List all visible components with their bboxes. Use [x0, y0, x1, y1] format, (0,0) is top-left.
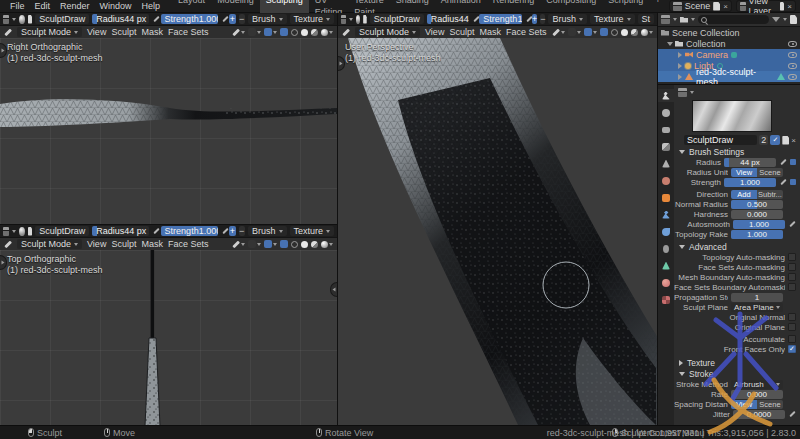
- brush-preview-icon[interactable]: [19, 15, 25, 24]
- eyedropper-icon[interactable]: [221, 15, 226, 23]
- mask-menu[interactable]: Mask: [141, 27, 163, 37]
- view-menu[interactable]: View: [87, 27, 106, 37]
- remove-brush-button[interactable]: −: [239, 14, 245, 24]
- shading-wireframe-icon[interactable]: [291, 29, 298, 36]
- brush-preview-icon[interactable]: [19, 227, 25, 236]
- tab-view-layer[interactable]: [658, 140, 674, 153]
- view-menu[interactable]: View: [425, 27, 444, 37]
- gizmo-icon[interactable]: [264, 240, 277, 248]
- original-plane-checkbox[interactable]: [788, 323, 796, 331]
- strength-slider[interactable]: Strength1.000: [161, 226, 218, 236]
- viewport-canvas[interactable]: User Perspective (1) red-3dc-sculpt-mesh: [338, 38, 657, 425]
- shading-rendered-icon[interactable]: [321, 241, 333, 248]
- editor-type-icon[interactable]: [3, 15, 9, 24]
- shading-wireframe-icon[interactable]: [611, 29, 618, 36]
- viewport-canvas[interactable]: Right Orthographic (1) red-3dc-sculpt-me…: [0, 38, 337, 224]
- panel-stroke[interactable]: Stroke: [674, 368, 800, 379]
- brush-menu[interactable]: Brush: [548, 14, 587, 24]
- topology-rake-slider[interactable]: 1.000: [731, 230, 783, 239]
- topology-automask-checkbox[interactable]: [788, 253, 796, 261]
- shading-material-icon[interactable]: [311, 241, 318, 248]
- stroke-menu[interactable]: St: [638, 14, 655, 24]
- eyedropper-icon[interactable]: [152, 227, 157, 235]
- view-menu[interactable]: View: [87, 239, 106, 249]
- brush-texture-preview[interactable]: [692, 100, 772, 132]
- autosmooth-slider[interactable]: 1.000: [733, 220, 785, 229]
- panel-advanced[interactable]: Advanced: [674, 241, 800, 252]
- normal-radius-slider[interactable]: 0.500: [731, 200, 783, 209]
- close-view-layer-icon[interactable]: ×: [787, 2, 792, 11]
- animate-icon[interactable]: [790, 179, 796, 185]
- display-mode-icon[interactable]: [680, 17, 688, 23]
- texture-menu[interactable]: Texture: [290, 226, 335, 236]
- brush-menu[interactable]: Brush: [248, 226, 287, 236]
- view-layer-selector[interactable]: View Layer ×: [736, 0, 796, 12]
- tab-render[interactable]: [658, 106, 674, 119]
- add-brush-button[interactable]: +: [229, 226, 235, 236]
- brush-name-field[interactable]: SculptDraw: [684, 135, 757, 145]
- brush-name-field[interactable]: SculptDraw: [35, 14, 89, 24]
- shading-material-icon[interactable]: [311, 29, 318, 36]
- mask-menu[interactable]: Mask: [479, 27, 501, 37]
- brush-preview-icon[interactable]: [356, 15, 361, 24]
- direction-add-button[interactable]: Add: [731, 190, 757, 199]
- sculpt-menu[interactable]: Sculpt: [111, 239, 136, 249]
- facesets-boundary-automask-checkbox[interactable]: [788, 283, 796, 291]
- shading-wireframe-icon[interactable]: [291, 241, 298, 248]
- brush-name-field[interactable]: SculptDraw: [370, 14, 424, 24]
- viewport-canvas[interactable]: Top Orthographic (1) red-3dc-sculpt-mesh: [0, 250, 337, 425]
- display-mode-caret[interactable]: [691, 18, 695, 21]
- strength-slider[interactable]: Strength1.000: [161, 14, 218, 24]
- menu-edit[interactable]: Edit: [31, 1, 55, 11]
- hardness-slider[interactable]: 0.000: [731, 210, 783, 219]
- snap-icon[interactable]: [568, 28, 581, 36]
- stroke-method-dropdown[interactable]: Airbrush: [731, 380, 783, 389]
- mask-menu[interactable]: Mask: [141, 239, 163, 249]
- viewport-top-orthographic[interactable]: SculptDraw Radius44 px Strength1.000 + −…: [0, 224, 337, 425]
- panel-brush-settings[interactable]: Brush Settings: [674, 146, 800, 157]
- tab-modifiers[interactable]: [658, 208, 674, 221]
- add-brush-button[interactable]: +: [532, 14, 537, 24]
- editor-type-icon[interactable]: [341, 15, 346, 24]
- unlink-icon[interactable]: ×: [791, 136, 796, 145]
- editor-type-caret[interactable]: [349, 18, 353, 21]
- overlays-icon[interactable]: [280, 240, 288, 248]
- expand-icon[interactable]: [678, 52, 682, 58]
- panel-texture[interactable]: Texture: [674, 357, 800, 368]
- fake-user-shield-icon[interactable]: ✓: [770, 135, 780, 145]
- new-view-layer-icon[interactable]: [780, 2, 784, 11]
- annotate-tool-icon[interactable]: [232, 28, 245, 36]
- tab-world[interactable]: [658, 174, 674, 187]
- spacing-scene-button[interactable]: Scene: [757, 400, 783, 409]
- eyedropper-icon[interactable]: [788, 220, 796, 228]
- eyedropper-icon[interactable]: [221, 227, 226, 235]
- tab-material[interactable]: [658, 276, 674, 289]
- face-sets-menu[interactable]: Face Sets: [168, 27, 209, 37]
- viewport-right-orthographic[interactable]: SculptDraw Radius44 px Strength1.000 + −…: [0, 13, 337, 224]
- radius-slider[interactable]: Radius44 px: [92, 14, 149, 24]
- radius-slider[interactable]: Radius44 px: [427, 14, 470, 24]
- users-count[interactable]: 2: [759, 135, 768, 145]
- shading-solid-icon[interactable]: [301, 241, 308, 248]
- editor-type-icon[interactable]: [3, 227, 9, 236]
- remove-brush-button[interactable]: −: [540, 14, 545, 24]
- strength-slider[interactable]: Strength1.000: [479, 14, 522, 24]
- texture-menu[interactable]: Texture: [590, 14, 635, 24]
- eyedropper-icon[interactable]: [525, 15, 529, 23]
- radius-slider[interactable]: 44 px: [724, 158, 776, 167]
- tab-texture[interactable]: [658, 293, 674, 306]
- radius-slider[interactable]: Radius44 px: [92, 226, 149, 236]
- menu-render[interactable]: Render: [56, 1, 94, 11]
- viewport-user-perspective[interactable]: SculptDraw Radius44 px Strength1.000 + −…: [337, 13, 657, 425]
- annotate-tool-icon[interactable]: [232, 240, 245, 248]
- shading-rendered-icon[interactable]: [641, 29, 653, 36]
- menu-file[interactable]: File: [6, 1, 29, 11]
- editor-type-icon[interactable]: [678, 88, 687, 97]
- tab-physics[interactable]: [658, 225, 674, 238]
- new-scene-icon[interactable]: [713, 2, 720, 11]
- eye-icon[interactable]: [788, 41, 797, 47]
- remove-brush-button[interactable]: −: [239, 226, 245, 236]
- editor-type-caret[interactable]: [673, 18, 677, 21]
- brush-name-field[interactable]: SculptDraw: [35, 226, 89, 236]
- sculpt-menu[interactable]: Sculpt: [111, 27, 136, 37]
